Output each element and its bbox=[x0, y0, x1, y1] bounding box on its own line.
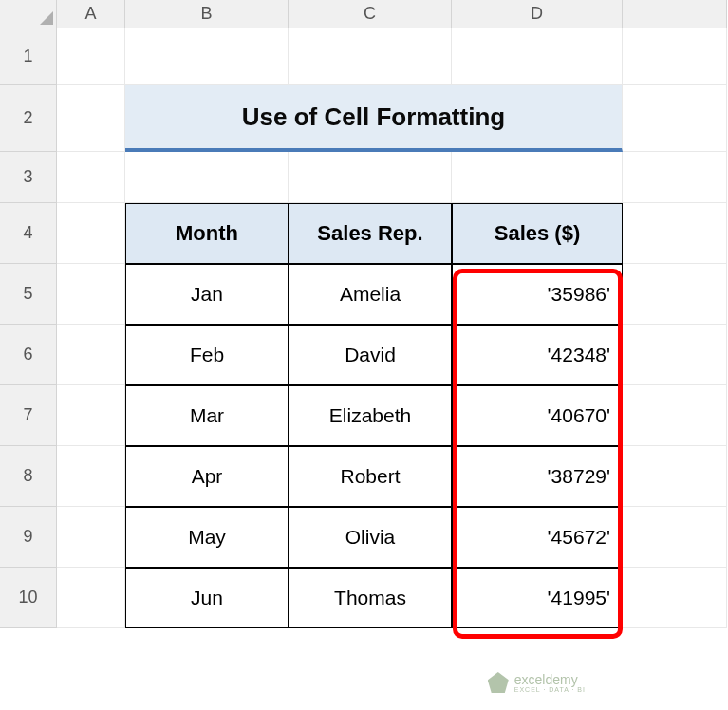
cell-e4[interactable] bbox=[623, 203, 727, 264]
cell-rep-2[interactable]: Elizabeth bbox=[289, 385, 452, 446]
row-header-6[interactable]: 6 bbox=[0, 325, 57, 385]
cell-e6[interactable] bbox=[623, 325, 727, 385]
col-header-d[interactable]: D bbox=[452, 0, 623, 28]
watermark-tag: EXCEL · DATA · BI bbox=[514, 686, 586, 693]
cell-d1[interactable] bbox=[452, 28, 623, 85]
row-header-7[interactable]: 7 bbox=[0, 385, 57, 446]
cell-month-3[interactable]: Apr bbox=[125, 446, 289, 507]
row-header-5[interactable]: 5 bbox=[0, 264, 57, 325]
watermark-name: exceldemy bbox=[514, 673, 586, 686]
cell-month-5[interactable]: Jun bbox=[125, 568, 289, 628]
header-sales[interactable]: Sales ($) bbox=[452, 203, 623, 264]
cell-sales-3[interactable]: '38729' bbox=[452, 446, 623, 507]
col-header-blank[interactable] bbox=[623, 0, 727, 28]
cell-e9[interactable] bbox=[623, 507, 727, 568]
watermark-icon bbox=[488, 672, 509, 693]
cell-a3[interactable] bbox=[57, 152, 125, 203]
col-header-c[interactable]: C bbox=[289, 0, 452, 28]
cell-d3[interactable] bbox=[452, 152, 623, 203]
cell-b3[interactable] bbox=[125, 152, 289, 203]
cell-e7[interactable] bbox=[623, 385, 727, 446]
cell-rep-0[interactable]: Amelia bbox=[289, 264, 452, 325]
cell-month-0[interactable]: Jan bbox=[125, 264, 289, 325]
cell-month-4[interactable]: May bbox=[125, 507, 289, 568]
cell-e10[interactable] bbox=[623, 568, 727, 628]
col-header-a[interactable]: A bbox=[57, 0, 125, 28]
cell-a1[interactable] bbox=[57, 28, 125, 85]
row-header-9[interactable]: 9 bbox=[0, 507, 57, 568]
cell-e8[interactable] bbox=[623, 446, 727, 507]
cell-e2[interactable] bbox=[623, 85, 727, 152]
cell-a10[interactable] bbox=[57, 568, 125, 628]
cell-e5[interactable] bbox=[623, 264, 727, 325]
cell-c1[interactable] bbox=[289, 28, 452, 85]
header-rep[interactable]: Sales Rep. bbox=[289, 203, 452, 264]
row-header-1[interactable]: 1 bbox=[0, 28, 57, 85]
cell-rep-5[interactable]: Thomas bbox=[289, 568, 452, 628]
row-header-8[interactable]: 8 bbox=[0, 446, 57, 507]
select-all-corner[interactable] bbox=[0, 0, 57, 28]
row-header-10[interactable]: 10 bbox=[0, 568, 57, 628]
spreadsheet-grid: A B C D 1 2 Use of Cell Formatting 3 4 M… bbox=[0, 0, 728, 628]
cell-a7[interactable] bbox=[57, 385, 125, 446]
cell-sales-5[interactable]: '41995' bbox=[452, 568, 623, 628]
cell-b1[interactable] bbox=[125, 28, 289, 85]
cell-rep-4[interactable]: Olivia bbox=[289, 507, 452, 568]
row-header-2[interactable]: 2 bbox=[0, 85, 57, 152]
cell-a8[interactable] bbox=[57, 446, 125, 507]
header-month[interactable]: Month bbox=[125, 203, 289, 264]
cell-a2[interactable] bbox=[57, 85, 125, 152]
cell-e1[interactable] bbox=[623, 28, 727, 85]
title-cell[interactable]: Use of Cell Formatting bbox=[125, 85, 623, 152]
col-header-b[interactable]: B bbox=[125, 0, 289, 28]
cell-a5[interactable] bbox=[57, 264, 125, 325]
cell-month-2[interactable]: Mar bbox=[125, 385, 289, 446]
cell-a4[interactable] bbox=[57, 203, 125, 264]
cell-a9[interactable] bbox=[57, 507, 125, 568]
cell-rep-1[interactable]: David bbox=[289, 325, 452, 385]
cell-sales-1[interactable]: '42348' bbox=[452, 325, 623, 385]
cell-sales-0[interactable]: '35986' bbox=[452, 264, 623, 325]
cell-a6[interactable] bbox=[57, 325, 125, 385]
cell-sales-2[interactable]: '40670' bbox=[452, 385, 623, 446]
cell-e3[interactable] bbox=[623, 152, 727, 203]
cell-rep-3[interactable]: Robert bbox=[289, 446, 452, 507]
cell-c3[interactable] bbox=[289, 152, 452, 203]
cell-sales-4[interactable]: '45672' bbox=[452, 507, 623, 568]
row-header-3[interactable]: 3 bbox=[0, 152, 57, 203]
cell-month-1[interactable]: Feb bbox=[125, 325, 289, 385]
row-header-4[interactable]: 4 bbox=[0, 203, 57, 264]
watermark: exceldemy EXCEL · DATA · BI bbox=[488, 672, 586, 693]
